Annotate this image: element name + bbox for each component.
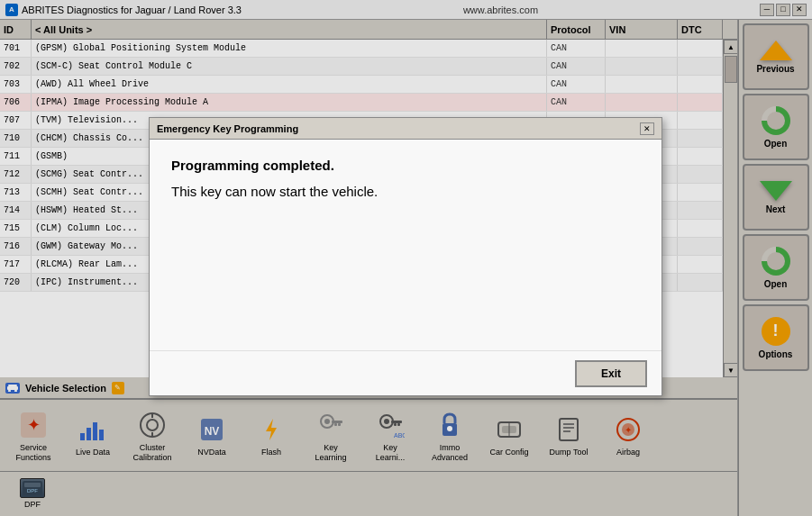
scroll-up-button[interactable]: ▲ — [724, 40, 737, 54]
previous-button[interactable]: Previous — [743, 23, 809, 90]
toolbar-live-data[interactable]: Live Data — [65, 403, 121, 468]
table-row[interactable]: 703 (AWD) All Wheel Drive CAN — [0, 76, 723, 94]
window-controls: ─ □ ✕ — [760, 4, 807, 16]
vehicle-edit-icon[interactable]: ✎ — [112, 382, 124, 394]
modal-close-button[interactable]: ✕ — [640, 122, 654, 135]
col-scroll-spacer — [723, 20, 737, 39]
scroll-down-button[interactable]: ▼ — [724, 363, 737, 377]
modal-footer: Exit — [150, 350, 661, 395]
cell-id: 706 — [0, 94, 32, 111]
cell-protocol: CAN — [547, 76, 606, 93]
svg-text:DPF: DPF — [27, 488, 38, 493]
toolbar-flash[interactable]: Flash — [243, 403, 299, 468]
svg-text:✦: ✦ — [27, 416, 41, 434]
toolbar-service-functions[interactable]: ✦ ServiceFunctions — [5, 403, 61, 468]
col-header-vin: VIN — [606, 20, 678, 39]
cell-id: 710 — [0, 130, 32, 147]
cell-dtc — [678, 112, 723, 129]
cell-vin — [606, 94, 678, 111]
scroll-thumb[interactable] — [725, 56, 737, 83]
cell-id: 702 — [0, 58, 32, 75]
close-button[interactable]: ✕ — [792, 4, 807, 16]
exit-button[interactable]: Exit — [575, 360, 647, 387]
cell-vin — [606, 76, 678, 93]
flash-label: Flash — [261, 448, 281, 457]
toolbar-airbag[interactable]: ✦ Airbag — [600, 403, 656, 468]
cell-id: 703 — [0, 76, 32, 93]
toolbar-car-config[interactable]: Car Config — [481, 403, 537, 468]
table-row[interactable]: 701 (GPSM) Global Positioning System Mod… — [0, 40, 723, 58]
table-scrollbar[interactable]: ▲ ▼ — [723, 40, 737, 377]
car-config-label: Car Config — [489, 448, 528, 457]
cell-id: 717 — [0, 256, 32, 273]
scroll-track — [724, 54, 737, 363]
svg-marker-16 — [266, 419, 277, 440]
minimize-button[interactable]: ─ — [760, 4, 774, 16]
service-functions-label: ServiceFunctions — [15, 443, 50, 463]
dpf-button[interactable]: DPF DPF — [5, 475, 59, 514]
cell-unit: (IPMA) Image Processing Module A — [32, 94, 547, 111]
cell-dtc — [678, 130, 723, 147]
app-icon: A — [5, 4, 18, 16]
cell-dtc — [678, 58, 723, 75]
toolbar-nvdata[interactable]: NV NVData — [184, 403, 240, 468]
toolbar-key-learning[interactable]: KeyLearning — [303, 403, 359, 468]
cell-dtc — [678, 76, 723, 93]
svg-point-11 — [147, 420, 158, 430]
nvdata-label: NVData — [197, 448, 226, 457]
open-button[interactable]: Open — [743, 94, 809, 160]
svg-text:NV: NV — [205, 425, 220, 438]
modal-dialog: Emergency Key Programming ✕ Programming … — [149, 117, 662, 396]
maximize-button[interactable]: □ — [776, 4, 790, 16]
service-functions-icon: ✦ — [17, 409, 50, 441]
cell-dtc — [678, 202, 723, 219]
cluster-calibration-label: ClusterCalibration — [132, 443, 171, 463]
cell-id: 711 — [0, 148, 32, 165]
airbag-label: Airbag — [616, 448, 640, 457]
dump-tool-label: Dump Tool — [550, 448, 588, 457]
cell-unit: (SCM-C) Seat Control Module C — [32, 58, 547, 75]
cell-protocol: CAN — [547, 94, 606, 111]
col-header-protocol: Protocol — [547, 20, 606, 39]
open2-icon — [762, 247, 790, 276]
cell-dtc — [678, 184, 723, 201]
toolbar: ✦ ServiceFunctions Live Data ClusterCali… — [0, 399, 737, 471]
next-button[interactable]: Next — [743, 164, 809, 231]
cell-vin — [606, 58, 678, 75]
airbag-icon: ✦ — [612, 413, 644, 446]
options-icon: ! — [762, 317, 790, 346]
svg-point-23 — [384, 419, 389, 424]
cell-id: 715 — [0, 220, 32, 237]
cell-id: 720 — [0, 274, 32, 291]
options-button[interactable]: ! Options — [743, 304, 809, 371]
dump-tool-icon — [552, 413, 585, 446]
cell-dtc — [678, 238, 723, 255]
options-label: Options — [759, 349, 793, 359]
open-button-2[interactable]: Open — [743, 234, 809, 301]
modal-body: Programming completed. This key can now … — [150, 140, 661, 350]
cell-id: 714 — [0, 202, 32, 219]
svg-rect-19 — [332, 421, 342, 423]
toolbar-cluster-calibration[interactable]: ClusterCalibration — [124, 403, 180, 468]
vehicle-icon — [5, 383, 20, 394]
right-sidebar: Previous Open Next Open ! Options — [738, 20, 812, 516]
dpf-label: DPF — [24, 500, 41, 510]
svg-rect-24 — [391, 421, 402, 423]
title-bar: A ABRITES Diagnostics for Jaguar / Land … — [0, 0, 812, 20]
table-row[interactable]: 702 (SCM-C) Seat Control Module C CAN — [0, 58, 723, 76]
table-header: ID < All Units > Protocol VIN DTC — [0, 20, 737, 40]
cell-vin — [606, 40, 678, 57]
toolbar-immo-advanced[interactable]: ImmoAdvanced — [422, 403, 478, 468]
table-row[interactable]: 706 (IPMA) Image Processing Module A CAN — [0, 94, 723, 112]
vehicle-selection-label: Vehicle Selection — [25, 383, 106, 394]
svg-rect-6 — [80, 433, 85, 440]
cell-id: 713 — [0, 184, 32, 201]
live-data-icon — [77, 413, 109, 446]
svg-rect-0 — [7, 386, 18, 390]
toolbar-key-learning2[interactable]: ABC KeyLearni... — [362, 403, 418, 468]
toolbar-dump-tool[interactable]: Dump Tool — [541, 403, 597, 468]
cell-unit: (GPSM) Global Positioning System Module — [32, 40, 547, 57]
next-arrow-icon — [760, 181, 792, 201]
immo-advanced-label: ImmoAdvanced — [432, 443, 468, 463]
modal-title-bar: Emergency Key Programming ✕ — [150, 118, 661, 140]
